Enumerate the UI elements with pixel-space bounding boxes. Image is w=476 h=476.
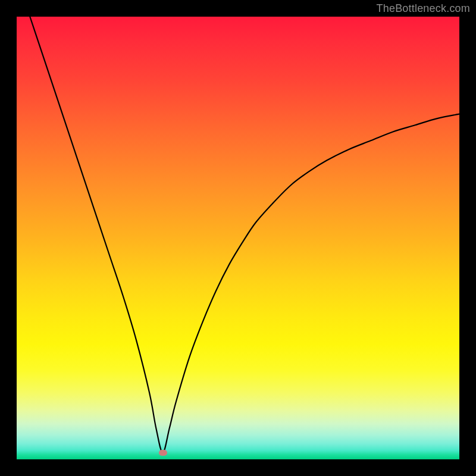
curve-svg bbox=[17, 17, 459, 459]
optimum-marker bbox=[159, 450, 167, 456]
bottleneck-curve bbox=[30, 17, 459, 453]
chart-stage: TheBottleneck.com bbox=[0, 0, 476, 476]
watermark-text: TheBottleneck.com bbox=[377, 2, 470, 15]
plot-area bbox=[17, 17, 459, 459]
